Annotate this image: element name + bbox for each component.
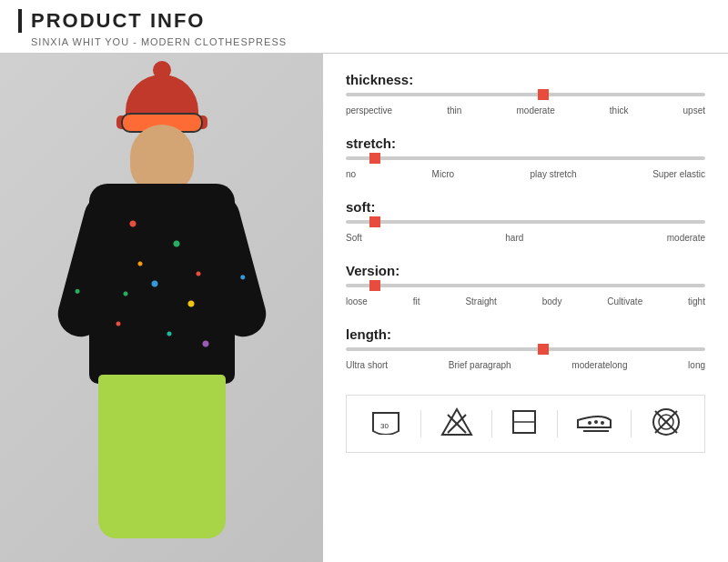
version-scale: loose fit Straight body Cultivate tight [346, 296, 705, 306]
soft-indicator [369, 216, 380, 227]
pants [98, 375, 226, 538]
stretch-label: stretch: [346, 135, 705, 151]
length-indicator [538, 344, 549, 355]
no-tumble-icon [651, 406, 682, 441]
thickness-label: thickness: [346, 72, 705, 87]
soft-track [346, 220, 705, 224]
version-indicator [369, 280, 380, 291]
version-label: Version: [346, 263, 705, 278]
thickness-attribute: thickness: perspective thin moderate thi… [346, 72, 705, 115]
version-attribute: Version: loose fit Straight body Cultiva… [346, 263, 705, 306]
product-info-panel: thickness: perspective thin moderate thi… [323, 54, 728, 562]
iron-icon [576, 409, 612, 438]
wash-icon: 30 [369, 409, 402, 438]
svg-text:30: 30 [380, 422, 389, 430]
separator-1 [420, 410, 421, 437]
page-subtitle: SINXIA WHIT YOU - MODERN CLOTHESPRESS [18, 36, 710, 47]
svg-point-7 [588, 421, 592, 425]
thickness-scale: perspective thin moderate thick upset [346, 105, 705, 115]
version-track [346, 284, 705, 287]
head [130, 125, 194, 193]
no-bleach-icon [440, 407, 473, 440]
separator-3 [557, 410, 558, 437]
jacket [89, 184, 235, 384]
product-image [0, 54, 323, 562]
separator-2 [491, 410, 492, 437]
thickness-track [346, 93, 705, 96]
thickness-indicator [538, 89, 549, 100]
length-label: length: [346, 326, 705, 342]
svg-point-9 [601, 421, 604, 425]
length-scale: Ultra short Brief paragraph moderatelong… [346, 360, 705, 370]
dry-flat-icon [511, 408, 538, 439]
person-figure [35, 75, 289, 557]
length-track [346, 347, 705, 351]
soft-attribute: soft: Soft hard moderate [346, 199, 705, 243]
stretch-attribute: stretch: no Micro play stretch Super ela… [346, 135, 705, 179]
length-attribute: length: Ultra short Brief paragraph mode… [346, 326, 705, 370]
soft-label: soft: [346, 199, 705, 215]
care-icons-panel: 30 [346, 395, 705, 453]
main-content: thickness: perspective thin moderate thi… [0, 54, 728, 562]
page-title: PRODUCT INFO [18, 9, 710, 33]
stretch-scale: no Micro play stretch Super elastic [346, 169, 705, 179]
svg-point-8 [594, 420, 598, 424]
product-image-panel [0, 54, 323, 562]
soft-scale: Soft hard moderate [346, 233, 705, 243]
svg-marker-1 [442, 409, 471, 435]
stretch-track [346, 156, 705, 160]
stretch-indicator [369, 153, 380, 164]
header: PRODUCT INFO SINXIA WHIT YOU - MODERN CL… [0, 0, 728, 54]
separator-4 [631, 410, 632, 437]
